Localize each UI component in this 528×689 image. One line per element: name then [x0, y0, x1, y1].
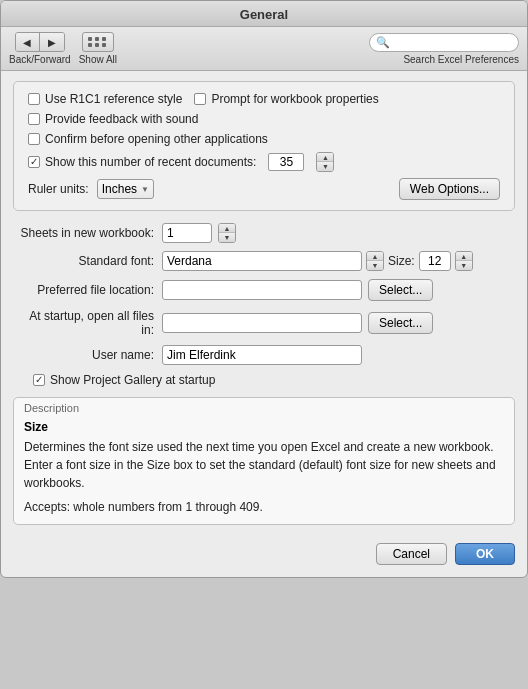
username-row: User name: — [17, 345, 511, 365]
ruler-row: Ruler units: Inches ▼ — [28, 179, 154, 199]
sheets-label: Sheets in new workbook: — [17, 226, 162, 240]
font-label: Standard font: — [17, 254, 162, 268]
preferred-location-select-button[interactable]: Select... — [368, 279, 433, 301]
title-bar: General — [1, 1, 527, 27]
search-label: Search Excel Preferences — [403, 54, 519, 65]
show-all-label: Show All — [79, 54, 117, 65]
search-input[interactable] — [394, 36, 514, 48]
dot-2 — [95, 37, 99, 41]
project-gallery-checkbox[interactable] — [33, 374, 45, 386]
startup-select-button[interactable]: Select... — [368, 312, 433, 334]
cancel-button[interactable]: Cancel — [376, 543, 447, 565]
feedback-checkbox-item: Provide feedback with sound — [28, 112, 198, 126]
options-row-1: Use R1C1 reference style Prompt for work… — [28, 92, 500, 106]
description-text: Determines the font size used the next t… — [24, 438, 504, 492]
show-recent-checkbox-item: Show this number of recent documents: — [28, 155, 256, 169]
font-input[interactable] — [162, 251, 362, 271]
feedback-checkbox[interactable] — [28, 113, 40, 125]
prompt-workbook-checkbox[interactable] — [194, 93, 206, 105]
sheets-stepper-down[interactable]: ▼ — [219, 233, 235, 242]
r1c1-checkbox-item: Use R1C1 reference style — [28, 92, 182, 106]
toolbar-search: 🔍 Search Excel Preferences — [369, 33, 519, 65]
preferred-location-input[interactable] — [162, 280, 362, 300]
general-window: General ◀ ▶ Back/Forward Show All — [0, 0, 528, 578]
font-stepper-down[interactable]: ▼ — [367, 261, 383, 270]
recent-docs-stepper-up[interactable]: ▲ — [317, 153, 333, 162]
show-recent-checkbox[interactable] — [28, 156, 40, 168]
font-field: ▲ ▼ Size: ▲ ▼ — [162, 251, 473, 271]
r1c1-checkbox[interactable] — [28, 93, 40, 105]
sheets-input[interactable] — [162, 223, 212, 243]
main-content: Use R1C1 reference style Prompt for work… — [1, 71, 527, 535]
web-options-button[interactable]: Web Options... — [399, 178, 500, 200]
recent-docs-input[interactable] — [268, 153, 304, 171]
preferred-location-label: Preferred file location: — [17, 283, 162, 297]
form-section: Sheets in new workbook: ▲ ▼ Standard fon… — [13, 223, 515, 387]
startup-label: At startup, open all files in: — [17, 309, 162, 337]
confirm-opening-checkbox[interactable] — [28, 133, 40, 145]
prompt-workbook-checkbox-item: Prompt for workbook properties — [194, 92, 378, 106]
feedback-label: Provide feedback with sound — [45, 112, 198, 126]
size-label: Size: — [388, 254, 415, 268]
sheets-stepper[interactable]: ▲ ▼ — [218, 223, 236, 243]
dot-1 — [88, 37, 92, 41]
description-title: Description — [14, 398, 514, 416]
username-input[interactable] — [162, 345, 362, 365]
ruler-select-value: Inches — [102, 182, 137, 196]
preferred-location-row: Preferred file location: Select... — [17, 279, 511, 301]
project-gallery-label: Show Project Gallery at startup — [50, 373, 215, 387]
startup-field: Select... — [162, 312, 433, 334]
ruler-select[interactable]: Inches ▼ — [97, 179, 154, 199]
show-recent-label: Show this number of recent documents: — [45, 155, 256, 169]
description-accepts: Accepts: whole numbers from 1 through 40… — [24, 500, 504, 514]
forward-button[interactable]: ▶ — [40, 33, 64, 51]
dot-3 — [102, 37, 106, 41]
dot-4 — [88, 43, 92, 47]
description-box: Description Size Determines the font siz… — [13, 397, 515, 525]
description-content: Size Determines the font size used the n… — [14, 416, 514, 524]
username-field — [162, 345, 362, 365]
back-button[interactable]: ◀ — [16, 33, 40, 51]
size-input[interactable] — [419, 251, 451, 271]
startup-row: At startup, open all files in: Select... — [17, 309, 511, 337]
dot-5 — [95, 43, 99, 47]
startup-input[interactable] — [162, 313, 362, 333]
project-gallery-row: Show Project Gallery at startup — [17, 373, 511, 387]
ok-button[interactable]: OK — [455, 543, 515, 565]
font-row: Standard font: ▲ ▼ Size: ▲ ▼ — [17, 251, 511, 271]
recent-docs-stepper[interactable]: ▲ ▼ — [316, 152, 334, 172]
options-panel: Use R1C1 reference style Prompt for work… — [13, 81, 515, 211]
size-stepper-up[interactable]: ▲ — [456, 252, 472, 261]
sheets-row: Sheets in new workbook: ▲ ▼ — [17, 223, 511, 243]
preferred-location-field: Select... — [162, 279, 433, 301]
search-box[interactable]: 🔍 — [369, 33, 519, 52]
r1c1-label: Use R1C1 reference style — [45, 92, 182, 106]
ruler-label: Ruler units: — [28, 182, 89, 196]
confirm-opening-label: Confirm before opening other application… — [45, 132, 268, 146]
size-stepper[interactable]: ▲ ▼ — [455, 251, 473, 271]
show-all-dots-grid — [88, 37, 107, 47]
show-all-button[interactable]: Show All — [79, 32, 117, 65]
show-all-icon — [82, 32, 114, 52]
font-stepper[interactable]: ▲ ▼ — [366, 251, 384, 271]
back-forward-label: Back/Forward — [9, 54, 71, 65]
window-title: General — [240, 7, 288, 22]
toolbar: ◀ ▶ Back/Forward Show All 🔍 — [1, 27, 527, 71]
dot-6 — [102, 43, 106, 47]
options-row-4: Show this number of recent documents: ▲ … — [28, 152, 500, 172]
ruler-select-arrow-icon: ▼ — [141, 185, 149, 194]
font-stepper-up[interactable]: ▲ — [367, 252, 383, 261]
options-bottom-row: Ruler units: Inches ▼ Web Options... — [28, 178, 500, 200]
size-stepper-down[interactable]: ▼ — [456, 261, 472, 270]
description-heading: Size — [24, 420, 504, 434]
back-forward-nav: ◀ ▶ Back/Forward — [9, 32, 71, 65]
confirm-opening-checkbox-item: Confirm before opening other application… — [28, 132, 268, 146]
options-row-2: Provide feedback with sound — [28, 112, 500, 126]
sheets-stepper-up[interactable]: ▲ — [219, 224, 235, 233]
prompt-workbook-label: Prompt for workbook properties — [211, 92, 378, 106]
recent-docs-stepper-down[interactable]: ▼ — [317, 162, 333, 171]
options-row-3: Confirm before opening other application… — [28, 132, 500, 146]
sheets-field: ▲ ▼ — [162, 223, 236, 243]
search-icon: 🔍 — [376, 36, 390, 49]
username-label: User name: — [17, 348, 162, 362]
